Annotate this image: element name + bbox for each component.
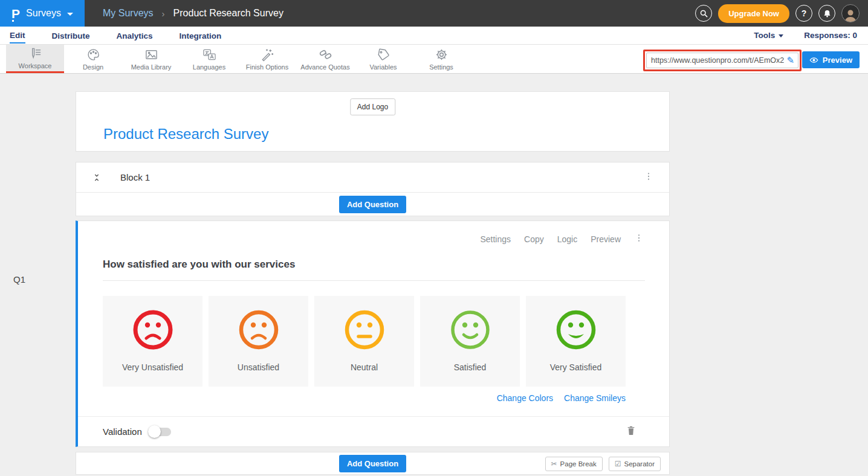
toolbar-item-label: Languages bbox=[193, 63, 225, 71]
magic-wand-icon bbox=[261, 48, 274, 62]
person-icon bbox=[843, 7, 858, 22]
block-menu-icon[interactable] bbox=[644, 172, 653, 184]
question-copy-link[interactable]: Copy bbox=[524, 234, 544, 244]
toolbar-item-advance-quotas[interactable]: Advance Quotas bbox=[296, 45, 354, 73]
toolbar-item-settings[interactable]: Settings bbox=[412, 45, 470, 73]
block-card: Block 1 Add Question bbox=[76, 162, 670, 216]
question-title-wrap: How satisfied are you with our services bbox=[103, 259, 645, 281]
option-unsatisfied[interactable]: Unsatisfied bbox=[209, 296, 308, 387]
toolbar-item-workspace[interactable]: Workspace bbox=[6, 45, 64, 73]
nav-tabs: Edit Distribute Analytics Integration bbox=[0, 28, 221, 43]
survey-url-field[interactable]: https://www.questionpro.com/t/AEmOx2 ✎ bbox=[646, 53, 798, 68]
eye-icon bbox=[809, 56, 818, 65]
toggle-knob bbox=[148, 425, 161, 438]
add-question-button-top[interactable]: Add Question bbox=[339, 196, 406, 213]
toolbar-item-media-library[interactable]: Media Library bbox=[122, 45, 180, 73]
separator-label: Separator bbox=[624, 460, 655, 468]
very-satisfied-smiley-icon bbox=[554, 308, 598, 352]
delete-question-icon[interactable] bbox=[626, 425, 636, 439]
neutral-smiley-icon bbox=[343, 308, 386, 352]
tab-distribute[interactable]: Distribute bbox=[52, 28, 90, 43]
tag-icon bbox=[377, 48, 390, 62]
collapse-block-icon[interactable] bbox=[92, 173, 102, 182]
block-title[interactable]: Block 1 bbox=[120, 172, 150, 182]
question-menu-icon[interactable] bbox=[634, 233, 644, 245]
translate-icon bbox=[202, 48, 216, 62]
search-button[interactable] bbox=[695, 5, 712, 22]
upgrade-now-button[interactable]: Upgrade Now bbox=[718, 4, 789, 23]
toolbar-item-label: Variables bbox=[369, 63, 397, 71]
add-question-button-bottom[interactable]: Add Question bbox=[339, 455, 406, 472]
breadcrumb-current: Product Research Survey bbox=[173, 8, 283, 19]
toolbar-item-label: Settings bbox=[429, 63, 453, 71]
nav-tabs-row: Edit Distribute Analytics Integration To… bbox=[0, 27, 868, 45]
workspace-icon bbox=[28, 47, 42, 60]
page-break-label: Page Break bbox=[560, 460, 597, 468]
gear-icon bbox=[435, 48, 449, 62]
survey-title[interactable]: Product Research Survey bbox=[103, 126, 268, 143]
question-settings-link[interactable]: Settings bbox=[480, 234, 511, 244]
unsatisfied-smiley-icon bbox=[237, 308, 280, 352]
option-label: Unsatisfied bbox=[238, 362, 279, 372]
tab-edit[interactable]: Edit bbox=[10, 28, 25, 43]
toolbar-item-label: Design bbox=[83, 63, 103, 71]
toolbar-item-finish-options[interactable]: Finish Options bbox=[238, 45, 296, 73]
preview-label: Preview bbox=[823, 56, 852, 65]
question-text[interactable]: How satisfied are you with our services bbox=[103, 259, 295, 270]
change-smileys-link[interactable]: Change Smileys bbox=[564, 393, 626, 403]
survey-url-highlight: https://www.questionpro.com/t/AEmOx2 ✎ bbox=[643, 50, 802, 71]
edit-url-icon[interactable]: ✎ bbox=[785, 55, 798, 66]
caret-down-icon bbox=[779, 34, 783, 37]
smiley-links-row: Change Colors Change Smileys bbox=[103, 387, 626, 403]
bell-icon bbox=[823, 9, 832, 18]
validation-toggle[interactable] bbox=[149, 428, 171, 436]
add-logo-button[interactable]: Add Logo bbox=[350, 98, 395, 115]
search-icon bbox=[699, 9, 708, 18]
option-very-satisfied[interactable]: Very Satisfied bbox=[526, 296, 626, 387]
tab-analytics[interactable]: Analytics bbox=[117, 28, 153, 43]
option-label: Satisfied bbox=[454, 362, 487, 372]
toolbar-item-label: Advance Quotas bbox=[300, 63, 349, 71]
app-menu-label: Surveys bbox=[26, 8, 61, 19]
topbar: P Surveys My Surveys › Product Research … bbox=[0, 0, 868, 27]
question-logic-link[interactable]: Logic bbox=[557, 234, 577, 244]
caret-down-icon bbox=[67, 13, 73, 16]
image-icon bbox=[144, 48, 158, 62]
change-colors-link[interactable]: Change Colors bbox=[497, 393, 553, 403]
separator-button[interactable]: ☑ Separator bbox=[609, 457, 661, 471]
option-very-unsatisfied[interactable]: Very Unsatisfied bbox=[103, 296, 202, 387]
option-label: Very Unsatisfied bbox=[122, 362, 183, 372]
user-avatar[interactable] bbox=[841, 4, 860, 22]
toolbar-item-label: Finish Options bbox=[246, 63, 288, 71]
notifications-button[interactable] bbox=[818, 5, 835, 22]
satisfied-smiley-icon bbox=[449, 308, 492, 352]
chain-link-icon bbox=[319, 48, 332, 62]
question-mark-icon: ? bbox=[802, 8, 807, 18]
tab-integration[interactable]: Integration bbox=[180, 28, 222, 43]
editor-toolbar: Workspace Design Media Library Languages… bbox=[0, 45, 868, 74]
question-preview-link[interactable]: Preview bbox=[591, 234, 621, 244]
topbar-actions: Upgrade Now ? bbox=[695, 4, 868, 23]
breadcrumb-separator: › bbox=[162, 8, 165, 19]
add-question-strip-top: Add Question bbox=[76, 193, 669, 216]
option-neutral[interactable]: Neutral bbox=[314, 296, 414, 387]
checkbox-checked-icon: ☑ bbox=[615, 460, 621, 468]
help-button[interactable]: ? bbox=[795, 5, 812, 22]
responses-count[interactable]: Responses: 0 bbox=[804, 31, 857, 40]
scissors-icon: ✂ bbox=[551, 460, 557, 468]
toolbar-item-variables[interactable]: Variables bbox=[354, 45, 412, 73]
preview-button[interactable]: Preview bbox=[802, 51, 860, 68]
toolbar-item-languages[interactable]: Languages bbox=[180, 45, 238, 73]
page-break-button[interactable]: ✂ Page Break bbox=[545, 457, 603, 471]
question-menu: Settings Copy Logic Preview bbox=[78, 221, 669, 245]
tools-menu[interactable]: Tools bbox=[754, 31, 783, 40]
validation-label: Validation bbox=[103, 426, 142, 437]
option-satisfied[interactable]: Satisfied bbox=[420, 296, 520, 387]
validation-row: Validation bbox=[78, 416, 669, 446]
toolbar-item-design[interactable]: Design bbox=[64, 45, 122, 73]
block-header: Block 1 bbox=[76, 162, 669, 193]
app-menu[interactable]: P Surveys bbox=[0, 0, 85, 27]
footer-right-buttons: ✂ Page Break ☑ Separator bbox=[545, 457, 661, 471]
question-number-label: Q1 bbox=[13, 274, 25, 285]
breadcrumb-parent[interactable]: My Surveys bbox=[103, 8, 154, 19]
